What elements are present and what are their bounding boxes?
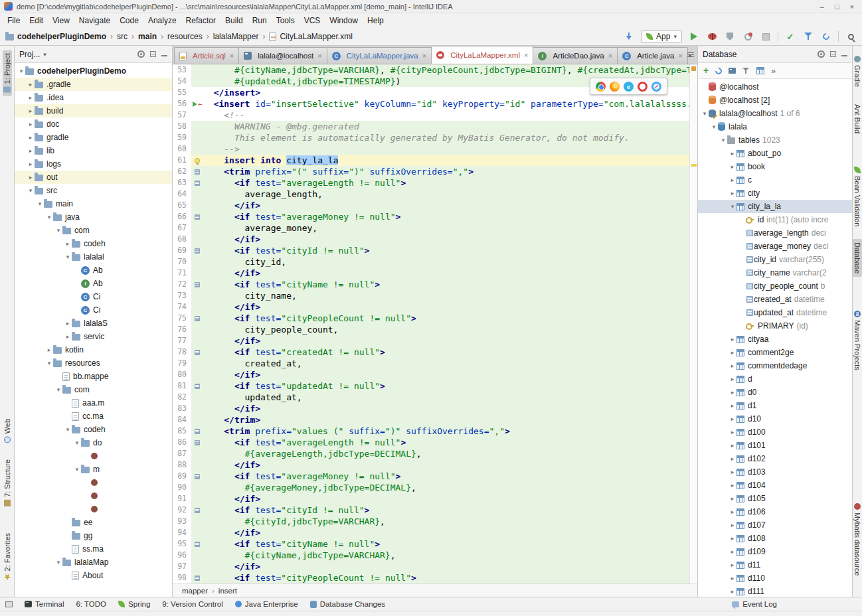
run-statement-icon[interactable] <box>193 102 197 107</box>
database-tree-item[interactable]: ▸comment2ge <box>698 346 852 359</box>
chevron-right-icon[interactable]: ▸ <box>27 121 35 127</box>
editor-line[interactable]: 91</if> <box>173 493 697 504</box>
editor-line[interactable]: 92<if test="cityId != null"> <box>173 504 697 516</box>
project-tree-item[interactable]: Ci <box>15 303 172 317</box>
bottom-bar-item-6-todo[interactable]: 6: TODO <box>76 600 106 608</box>
chevron-down-icon[interactable]: ▾ <box>45 360 53 366</box>
chevron-right-icon[interactable]: ▸ <box>729 336 736 343</box>
project-tree-item[interactable]: ▾codehelperPluginDemo <box>15 64 172 78</box>
database-tree-item[interactable]: ▸d101 <box>698 439 852 452</box>
gear-icon[interactable] <box>137 50 145 58</box>
database-tree-item[interactable]: ▸d109 <box>698 545 852 558</box>
chevron-right-icon[interactable]: ▸ <box>729 416 736 422</box>
editor-line[interactable]: 98<if test="cityPeopleCount != null"> <box>173 572 697 583</box>
editor-line[interactable]: 58WARNING - @mbg.generated <box>173 121 697 132</box>
database-tree-item[interactable]: ▸d103 <box>698 465 852 479</box>
database-tree-item[interactable]: ▸d108 <box>698 532 852 545</box>
mybatis-statement-icon[interactable] <box>195 169 200 175</box>
filter-icon[interactable] <box>742 67 750 74</box>
refresh-icon[interactable] <box>714 66 723 75</box>
project-tree-item[interactable] <box>15 502 172 516</box>
chevron-right-icon[interactable]: ▸ <box>27 161 35 167</box>
project-tree-item[interactable]: ▾main <box>15 197 172 210</box>
chevron-right-icon[interactable]: ▸ <box>729 588 736 595</box>
bottom-bar-item-terminal[interactable]: Terminal <box>25 600 64 608</box>
tool-window-button-ant-build[interactable]: Ant Build <box>853 101 862 137</box>
editor-tab[interactable]: Article.java× <box>617 47 688 64</box>
chevron-down-icon[interactable]: ▾ <box>73 466 81 473</box>
database-tree-item[interactable]: ▸d11 <box>698 558 852 572</box>
tool-window-button-mybatis-datasource[interactable]: Mybatis datasource <box>853 500 862 579</box>
bottom-bar-item-event-log[interactable]: Event Log <box>732 600 777 608</box>
editor-line[interactable]: 53#{cityName,jdbcType=VARCHAR}, #{cityPe… <box>173 64 697 76</box>
project-tree-item[interactable]: ▸lib <box>15 144 172 157</box>
project-tree-item[interactable]: cc.ma <box>15 410 172 423</box>
editor-line[interactable]: 86<if test="averageLength != null"> <box>173 437 697 448</box>
chevron-down-icon[interactable]: ▾ <box>719 137 727 143</box>
project-tree-item[interactable] <box>15 476 172 489</box>
editor-line[interactable]: 93#{cityId,jdbcType=VARCHAR}, <box>173 516 697 527</box>
project-tree-item[interactable]: ▸.gradle <box>15 78 172 91</box>
mybatis-statement-icon[interactable] <box>195 384 200 389</box>
mybatis-statement-icon[interactable] <box>195 350 200 355</box>
tool-window-button-database[interactable]: Database <box>853 239 862 277</box>
editor-tab[interactable]: ArticleDao.java× <box>533 47 618 64</box>
project-tree-item[interactable]: ▾com <box>15 383 172 396</box>
chevron-right-icon[interactable]: ▸ <box>729 150 736 157</box>
mybatis-statement-icon[interactable] <box>195 248 200 254</box>
open-console-button[interactable] <box>729 68 736 74</box>
intention-bulb-icon[interactable] <box>195 158 200 163</box>
tool-window-button-bean-validation[interactable]: Bean Validation <box>853 163 862 230</box>
debug-button[interactable] <box>706 31 718 42</box>
editor-tab[interactable]: Article.sql× <box>174 47 239 64</box>
mybatis-statement-icon[interactable] <box>195 474 200 479</box>
editor-line[interactable]: 66<if test="averageMoney != null"> <box>173 211 697 222</box>
mybatis-statement-icon[interactable] <box>195 440 200 445</box>
project-tree-item[interactable]: Ab <box>15 264 172 277</box>
database-tree-item[interactable]: @localhost <box>698 80 852 94</box>
tool-window-button-web[interactable]: Web <box>3 416 12 446</box>
chevron-right-icon[interactable]: ▸ <box>27 134 35 141</box>
chevron-right-icon[interactable]: ▸ <box>64 240 72 247</box>
database-tree-item[interactable]: ▸d107 <box>698 518 852 532</box>
editor-line[interactable]: 97</if> <box>173 561 697 572</box>
bottom-bar-item-9-version-control[interactable]: 9: Version Control <box>162 600 222 608</box>
mybatis-statement-icon[interactable] <box>195 576 200 581</box>
close-button[interactable]: × <box>850 3 854 11</box>
editor-line[interactable]: 75<if test="cityPeopleCount != null"> <box>173 313 697 324</box>
mybatis-statement-icon[interactable] <box>195 429 200 434</box>
editor[interactable]: 53#{cityName,jdbcType=VARCHAR}, #{cityPe… <box>173 64 697 583</box>
project-tree-item[interactable]: gg <box>15 529 172 542</box>
project-tree-item[interactable]: ▾lalalal <box>15 250 172 264</box>
menu-navigate[interactable]: Navigate <box>74 14 115 27</box>
stop-button[interactable] <box>760 31 772 42</box>
editor-line[interactable]: 68</if> <box>173 234 697 245</box>
close-tab-icon[interactable]: × <box>230 52 234 60</box>
update-project-button[interactable] <box>623 31 635 42</box>
chevron-down-icon[interactable]: ▾ <box>36 200 44 207</box>
mybatis-statement-icon[interactable] <box>195 316 200 321</box>
project-tree-item[interactable]: ee <box>15 516 172 529</box>
mybatis-statement-icon[interactable] <box>195 508 200 513</box>
chevron-down-icon[interactable]: ▾ <box>54 386 62 393</box>
database-tree-item[interactable]: ▸c <box>698 173 852 187</box>
breadcrumb-item[interactable]: codehelperPluginDemo <box>5 32 106 41</box>
close-tab-icon[interactable]: × <box>317 52 321 60</box>
database-tree-item[interactable]: ▸d0 <box>698 386 852 399</box>
chevron-down-icon[interactable]: ▾ <box>729 203 736 210</box>
database-tree-item[interactable]: ▾lalala <box>698 120 852 133</box>
editor-line[interactable]: 82updated_at, <box>173 392 697 403</box>
database-tree-item[interactable]: ▸d106 <box>698 505 852 518</box>
project-tree-item[interactable]: Ci <box>15 290 172 303</box>
database-tree-item[interactable]: idint(11) (auto incre <box>698 213 852 226</box>
collapse-all-icon[interactable] <box>150 51 156 57</box>
editor-line[interactable]: 88</if> <box>173 459 697 471</box>
chevron-down-icon[interactable]: ▾ <box>17 68 25 74</box>
chevron-down-icon[interactable]: ▾ <box>64 426 72 433</box>
database-tree-item[interactable]: average_moneydeci <box>698 240 852 253</box>
database-tree-item[interactable]: ▸d1 <box>698 399 852 412</box>
tool-window-button-2-favorites[interactable]: 2: Favorites <box>3 530 12 583</box>
commit-button[interactable] <box>784 31 796 42</box>
chevron-right-icon[interactable]: ▸ <box>729 362 736 369</box>
database-tree-item[interactable]: ▸d102 <box>698 452 852 465</box>
